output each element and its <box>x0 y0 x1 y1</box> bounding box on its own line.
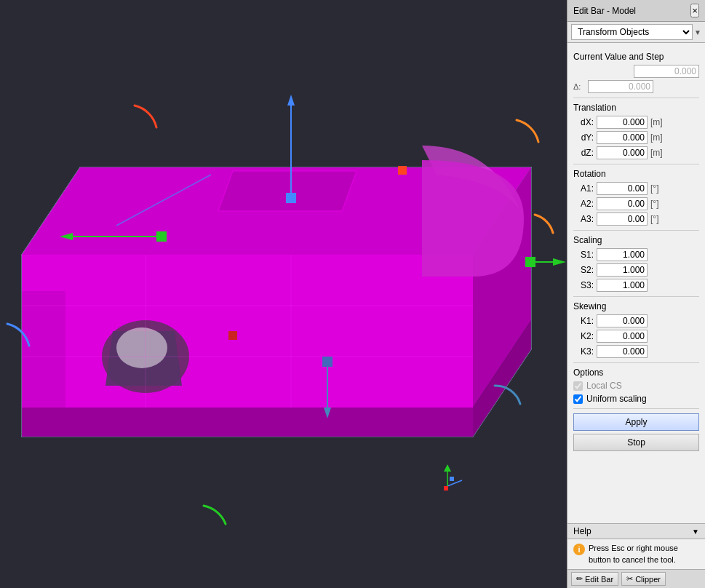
k3-label: K3: <box>573 346 594 357</box>
transform-dropdown[interactable]: Transform Objects <box>571 24 693 40</box>
svg-rect-26 <box>156 231 167 242</box>
k1-input[interactable] <box>597 314 648 327</box>
edit-bar-button[interactable]: ✏ Edit Bar <box>571 572 618 586</box>
a1-row: A1: [°] <box>573 182 699 195</box>
clipper-icon: ✂ <box>626 574 633 584</box>
s1-row: S1: <box>573 248 699 261</box>
svg-rect-39 <box>444 486 448 490</box>
current-value-label: Current Value and Step <box>573 52 699 62</box>
a3-row: A3: [°] <box>573 212 699 226</box>
dx-label: dX: <box>573 117 594 127</box>
svg-rect-23 <box>286 193 296 203</box>
dz-unit: [m] <box>650 148 663 158</box>
options-label: Options <box>573 368 699 378</box>
svg-marker-10 <box>218 171 357 211</box>
s2-label: S2: <box>573 265 594 275</box>
a3-input[interactable] <box>597 212 648 226</box>
a2-input[interactable] <box>597 197 648 210</box>
stop-button[interactable]: Stop <box>573 434 699 451</box>
help-arrow-icon: ▼ <box>692 528 699 536</box>
delta-input[interactable] <box>588 80 653 93</box>
s3-row: S3: <box>573 279 699 292</box>
s3-label: S3: <box>573 280 594 290</box>
help-header: Help ▼ <box>567 524 705 539</box>
s3-input[interactable] <box>597 279 648 292</box>
svg-point-16 <box>116 327 167 368</box>
dz-input[interactable] <box>597 146 648 159</box>
svg-rect-11 <box>22 291 65 408</box>
svg-marker-12 <box>22 408 473 437</box>
panel-content: Current Value and Step Δ: Translation dX… <box>567 43 705 523</box>
dx-input[interactable] <box>597 116 648 129</box>
svg-rect-29 <box>525 257 535 267</box>
title-bar: Edit Bar - Model × <box>567 0 705 22</box>
viewport[interactable] <box>0 0 567 588</box>
uniform-scaling-label: Uniform scaling <box>586 394 647 404</box>
svg-rect-40 <box>450 477 454 481</box>
k1-label: K1: <box>573 316 594 326</box>
a2-label: A2: <box>573 199 594 209</box>
dx-unit: [m] <box>650 117 663 127</box>
svg-rect-32 <box>322 357 332 367</box>
clipper-label: Clipper <box>635 575 661 584</box>
clipper-button[interactable]: ✂ Clipper <box>621 572 666 586</box>
k2-input[interactable] <box>597 330 648 343</box>
s2-input[interactable] <box>597 263 648 277</box>
translation-label: Translation <box>573 103 699 113</box>
dx-row: dX: [m] <box>573 116 699 129</box>
k1-row: K1: <box>573 314 699 327</box>
title-bar-text: Edit Bar - Model <box>573 6 636 16</box>
s1-input[interactable] <box>597 248 648 261</box>
a2-unit: [°] <box>650 199 658 209</box>
bottom-toolbar: ✏ Edit Bar ✂ Clipper <box>567 569 705 588</box>
dy-row: dY: [m] <box>573 131 699 144</box>
svg-marker-8 <box>22 255 473 408</box>
dz-label: dZ: <box>573 148 594 158</box>
a1-unit: [°] <box>650 183 658 194</box>
current-value-input[interactable] <box>634 65 699 78</box>
local-cs-checkbox[interactable] <box>573 381 583 391</box>
dy-label: dY: <box>573 132 594 143</box>
skewing-label: Skewing <box>573 301 699 311</box>
dropdown-row: Transform Objects ▼ <box>567 22 705 43</box>
k2-row: K2: <box>573 330 699 343</box>
dy-input[interactable] <box>597 131 648 144</box>
dy-unit: [m] <box>650 132 663 143</box>
edit-bar-icon: ✏ <box>576 574 583 584</box>
delta-symbol: Δ: <box>573 82 585 91</box>
help-content: i Press Esc or right mouse button to can… <box>567 539 705 569</box>
3d-scene <box>0 0 567 588</box>
right-panel: Edit Bar - Model × Transform Objects ▼ C… <box>567 0 705 588</box>
help-label: Help <box>573 526 592 536</box>
current-value-group: Δ: <box>573 65 699 93</box>
k3-row: K3: <box>573 345 699 358</box>
a2-row: A2: [°] <box>573 197 699 210</box>
local-cs-label: Local CS <box>586 381 622 391</box>
a1-label: A1: <box>573 183 594 194</box>
a1-input[interactable] <box>597 182 648 195</box>
k2-label: K2: <box>573 331 594 341</box>
scaling-label: Scaling <box>573 235 699 245</box>
edit-bar-label: Edit Bar <box>585 575 613 584</box>
local-cs-row: Local CS <box>573 381 699 391</box>
k3-input[interactable] <box>597 345 648 358</box>
close-button[interactable]: × <box>690 4 699 17</box>
s2-row: S2: <box>573 263 699 277</box>
uniform-scaling-checkbox[interactable] <box>573 394 583 404</box>
dz-row: dZ: [m] <box>573 146 699 159</box>
help-text: Press Esc or right mouse button to cance… <box>589 543 699 565</box>
apply-button[interactable]: Apply <box>573 413 699 431</box>
help-section: Help ▼ i Press Esc or right mouse button… <box>567 523 705 588</box>
s1-label: S1: <box>573 250 594 260</box>
a3-unit: [°] <box>650 214 658 224</box>
svg-rect-34 <box>228 331 237 340</box>
rotation-label: Rotation <box>573 169 699 179</box>
info-icon: i <box>573 544 585 555</box>
dropdown-arrow-icon: ▼ <box>694 28 701 36</box>
a3-label: A3: <box>573 214 594 224</box>
svg-rect-33 <box>398 166 407 175</box>
uniform-scaling-row: Uniform scaling <box>573 394 699 404</box>
